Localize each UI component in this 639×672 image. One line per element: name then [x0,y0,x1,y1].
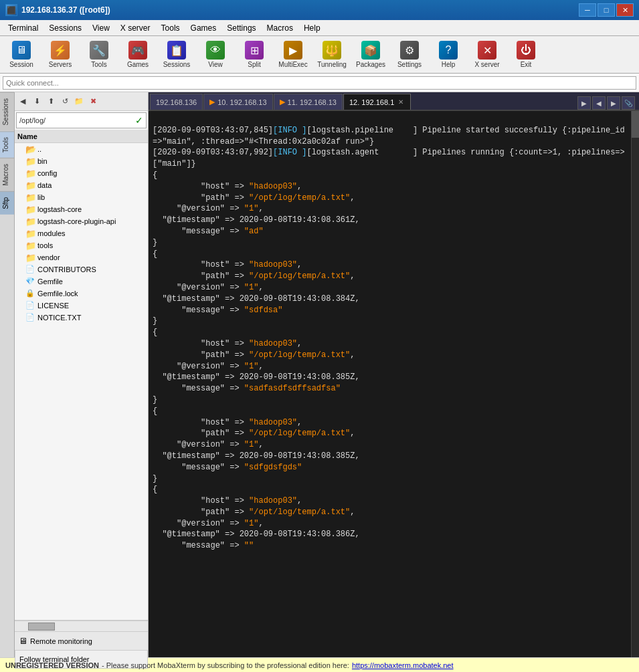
file-item-name: tools [37,241,53,249]
sidebar-tabs: Sessions Tools Macros Sftp [0,92,15,657]
new-tab-button[interactable]: ▶ [577,96,591,110]
title-text: 192.168.136.37 ([root6]) [21,5,110,15]
tab-right-button[interactable]: ▶ [607,96,620,110]
toolbar-sessions[interactable]: 📋 Sessions [158,38,195,72]
file-item-name: CONTRIBUTORS [37,265,96,273]
toolbar-settings[interactable]: ⚙ Settings [391,38,428,72]
menu-settings[interactable]: Settings [221,22,261,34]
sidebar-tab-sessions[interactable]: Sessions [0,92,14,131]
fp-back-button[interactable]: ◀ [16,95,29,108]
toolbar-xserver[interactable]: ✕ X server [468,38,506,72]
tunneling-icon: 🔱 [323,41,341,60]
title-controls: ─ □ ✕ [579,3,634,17]
scrollbar-horizontal[interactable] [15,621,148,631]
toolbar-packages[interactable]: 📦 Packages [352,38,389,72]
menu-terminal[interactable]: Terminal [3,22,43,34]
maximize-button[interactable]: □ [598,3,615,17]
folder-icon: 📁 [25,217,35,226]
status-link[interactable]: https://mobaxterm.mobatek.net [352,661,454,669]
list-item[interactable]: 📁 logstash-core [15,203,148,215]
file-panel-toolbar: ◀ ⬇ ⬆ ↺ 📁 ✖ [15,92,148,111]
toolbar-games[interactable]: 🎮 Games [119,38,157,72]
folder-icon: 📁 [25,205,35,214]
toolbar-help[interactable]: ? Help [430,38,467,72]
menu-games[interactable]: Games [185,22,222,34]
sidebar-tab-tools[interactable]: Tools [0,131,14,158]
quickconnect-bar [0,74,639,92]
quickconnect-input[interactable] [3,76,636,90]
toolbar-servers[interactable]: ⚡ Servers [41,38,79,72]
tab-2[interactable]: ▶ 10. 192.168.13 [203,94,272,110]
fp-delete-button[interactable]: ✖ [86,95,100,108]
tab-3[interactable]: ▶ 11. 192.168.13 [274,94,343,110]
toolbar-view[interactable]: 👁 View [197,38,234,72]
file-item-name: LICENSE [37,302,69,310]
list-item[interactable]: 📂 .. [15,143,148,155]
tab-label: 11. 192.168.13 [288,98,337,106]
help-icon: ? [439,41,458,60]
menu-help[interactable]: Help [298,22,326,34]
monitor-icon: 🖥 [19,636,27,646]
list-item[interactable]: 📁 modules [15,227,148,239]
menu-macros[interactable]: Macros [262,22,298,34]
list-item[interactable]: 📄 LICENSE [15,300,148,312]
fp-upload-button[interactable]: ⬆ [44,95,58,108]
file-item-name: NOTICE.TXT [37,314,81,322]
terminal-content[interactable]: [2020-09-09T03:43:07,845][INFO ][logstas… [149,111,631,657]
remote-monitor-button[interactable]: 🖥 Remote monitoring [15,631,148,650]
fp-newfolder-button[interactable]: 📁 [72,95,86,108]
multiexec-icon: ▶ [284,41,302,60]
list-item[interactable]: 📁 vendor [15,251,148,263]
terminal-scrollbar[interactable] [631,111,639,657]
file-panel-footer: 🖥 Remote monitoring Follow terminal fold… [15,620,148,657]
toolbar-multiexec[interactable]: ▶ MultiExec [274,38,312,72]
toolbar-split[interactable]: ⊞ Split [236,38,273,72]
menu-tools[interactable]: Tools [156,22,185,34]
list-item[interactable]: 📄 NOTICE.TXT [15,312,148,324]
menu-bar: Terminal Sessions View X server Tools Ga… [0,20,639,36]
folder-icon: 📁 [25,181,35,190]
file-item-name: bin [37,157,48,165]
fp-refresh-button[interactable]: ↺ [58,95,72,108]
sidebar-tab-macros[interactable]: Macros [0,158,14,191]
tab-icon: ▶ [209,98,215,106]
file-item-name: Gemfile.lock [37,290,78,298]
list-item[interactable]: 📄 CONTRIBUTORS [15,263,148,275]
list-item[interactable]: 📁 config [15,167,148,179]
menu-xserver[interactable]: X server [115,22,156,34]
packages-icon: 📦 [361,41,380,60]
file-list[interactable]: 📂 .. 📁 bin 📁 config 📁 data 📁 lib 📁 l [15,143,148,620]
minimize-button[interactable]: ─ [579,3,596,17]
list-item[interactable]: 🔒 Gemfile.lock [15,288,148,300]
tab-left-button[interactable]: ◀ [592,96,606,110]
list-item[interactable]: 📁 logstash-core-plugin-api [15,215,148,227]
tab-close-button[interactable]: ✕ [397,98,405,106]
main-area: Sessions Tools Macros Sftp ◀ ⬇ ⬆ ↺ 📁 ✖ /… [0,92,639,657]
tab-4[interactable]: 12. 192.168.1 ✕ [343,94,411,110]
split-icon: ⊞ [245,41,264,60]
toolbar-tools[interactable]: 🔧 Tools [80,38,118,72]
view-icon: 👁 [206,41,225,60]
toolbar-exit[interactable]: ⏻ Exit [507,38,545,72]
tab-1[interactable]: 192.168.136 [150,94,203,110]
fp-download-button[interactable]: ⬇ [30,95,43,108]
toolbar-tunneling[interactable]: 🔱 Tunneling [313,38,351,72]
list-item[interactable]: 📁 data [15,179,148,191]
path-bar: /opt/log/ ✓ [16,112,147,128]
file-icon: 📄 [25,313,35,322]
toolbar-session[interactable]: 🖥 Session [3,38,40,72]
path-text: /opt/log/ [19,116,135,124]
list-item[interactable]: 📁 lib [15,191,148,203]
sidebar-tab-sftp[interactable]: Sftp [0,191,14,215]
status-unregistered: UNREGISTERED VERSION [5,661,99,669]
list-item[interactable]: 💎 Gemfile [15,275,148,288]
menu-sessions[interactable]: Sessions [43,22,87,34]
close-button[interactable]: ✕ [616,3,634,17]
tab-label: 192.168.136 [156,98,197,106]
folder-icon: 📁 [25,229,35,238]
list-item[interactable]: 📁 bin [15,155,148,167]
menu-view[interactable]: View [87,22,115,34]
list-item[interactable]: 📁 tools [15,239,148,251]
tab-pin-button[interactable]: 📎 [622,96,635,110]
file-item-name: data [37,181,52,189]
